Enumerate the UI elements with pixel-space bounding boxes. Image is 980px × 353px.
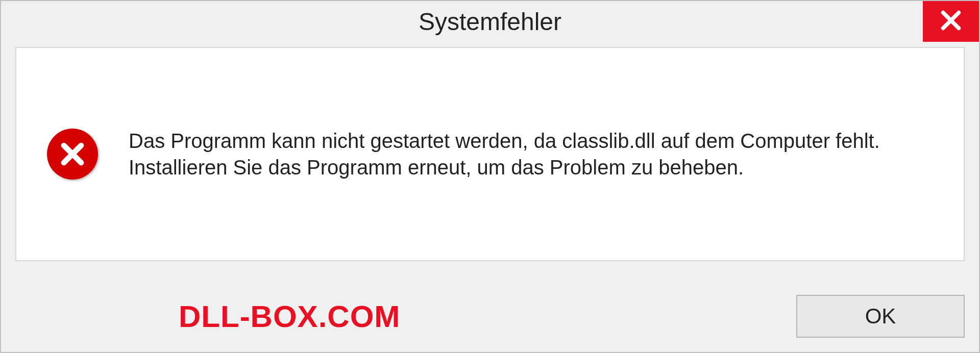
close-button[interactable]	[923, 1, 979, 42]
error-message: Das Programm kann nicht gestartet werden…	[129, 128, 894, 181]
content-panel: Das Programm kann nicht gestartet werden…	[15, 47, 965, 261]
watermark-text: DLL-BOX.COM	[179, 299, 400, 334]
titlebar: Systemfehler	[1, 1, 979, 42]
ok-button[interactable]: OK	[796, 295, 965, 338]
dialog-title: Systemfehler	[419, 8, 561, 36]
footer: DLL-BOX.COM OK	[1, 295, 979, 338]
error-icon	[47, 129, 98, 180]
ok-button-label: OK	[865, 304, 896, 329]
close-icon	[939, 9, 963, 34]
